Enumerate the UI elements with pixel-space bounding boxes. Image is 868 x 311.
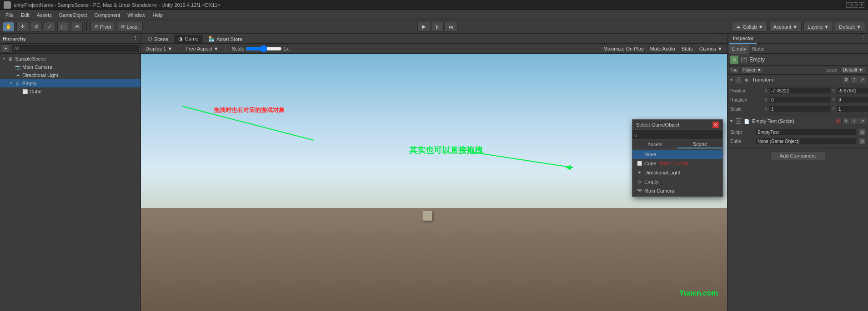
inspector-menu-button[interactable]: ⋮ [861, 36, 866, 41]
popup-item-main-camera[interactable]: 📷 Main Camera [632, 186, 722, 195]
pos-x-input[interactable] [769, 87, 831, 94]
menu-edit[interactable]: Edit [17, 10, 33, 20]
play-button[interactable]: ▶ [417, 22, 430, 32]
script-expand-icon[interactable]: ↗ [859, 117, 866, 125]
tab-game[interactable]: ◑ Game [173, 34, 203, 43]
stats-button[interactable]: Stats [680, 45, 695, 53]
pause-button[interactable]: ⏸ [431, 22, 444, 32]
hierarchy-menu-button[interactable]: ⋮ [133, 36, 138, 41]
position-xyz: X Y Z [765, 87, 868, 94]
rot-x-input[interactable] [769, 97, 831, 103]
transform-expand-icon[interactable]: ↗ [859, 76, 866, 83]
rotation-field: Rotation X Y Z [730, 96, 865, 104]
popup-close-button[interactable]: ✕ [712, 122, 719, 128]
cube-pick-button[interactable]: ◎ [859, 138, 865, 144]
menu-component[interactable]: Component [90, 10, 124, 20]
transform-settings-icon[interactable]: ⚙ [843, 76, 850, 83]
transform-enable-checkbox[interactable] [736, 77, 741, 82]
scale-tool-button[interactable]: ⤢ [44, 22, 55, 32]
step-button[interactable]: ⏭ [445, 22, 457, 32]
popup-item-cube[interactable]: ⬜ Cube 拖拽也可以选择 [632, 159, 722, 168]
tag-dropdown[interactable]: Player ▼ [740, 66, 763, 74]
tab-asset-store[interactable]: 🏪 Asset Store [203, 34, 247, 43]
popup-tab-scene[interactable]: Scene [677, 140, 722, 148]
rect-tool-button[interactable]: ⬚ [57, 22, 69, 32]
script-info-icon[interactable]: ? [851, 117, 858, 125]
popup-item-empty[interactable]: ◇ Empty [632, 177, 722, 186]
menu-gameobject[interactable]: GameObject [55, 10, 91, 20]
gizmos-dropdown[interactable]: Gizmos ▼ [697, 45, 724, 53]
mute-label: Mute Audio [650, 46, 675, 51]
scene-cube-object [422, 211, 432, 221]
add-component-row: Add Component [728, 148, 868, 163]
script-edit-icon[interactable]: ✎ [843, 117, 850, 125]
subtab-static[interactable]: Static [749, 44, 767, 54]
hier-item-empty[interactable]: ▼ ◇ Empty [0, 79, 140, 87]
menu-assets[interactable]: Assets [33, 10, 55, 20]
popup-item-directional-light[interactable]: ☀ Directional Light [632, 168, 722, 177]
script-enable-checkbox[interactable] [736, 118, 741, 124]
hier-item-directional-light[interactable]: ☀ Directional Light [0, 71, 140, 79]
none-icon [636, 151, 642, 158]
scene-area-menu-button[interactable]: ⋮ [717, 37, 725, 43]
hier-item-samplescene[interactable]: ▼ ⊞ SampleScene [0, 55, 140, 63]
menu-help[interactable]: Help [149, 10, 166, 20]
layers-button[interactable]: Layers ▼ [803, 22, 833, 32]
tab-scene[interactable]: ⬡ Scene [143, 34, 173, 43]
rot-y-input[interactable] [837, 97, 868, 103]
popup-none-label: None [644, 152, 656, 157]
script-settings-icon[interactable]: ⚙ [834, 117, 842, 125]
cube-field-value: None (Game Object) [756, 138, 856, 144]
menu-file[interactable]: File [2, 10, 17, 20]
local-button[interactable]: ⟳ Local [117, 22, 142, 32]
mute-audio-button[interactable]: Mute Audio [648, 45, 677, 53]
hierarchy-add-button[interactable]: + [2, 45, 10, 53]
pos-y-input[interactable] [837, 87, 868, 94]
local-label: Local [126, 24, 138, 30]
popup-item-none[interactable]: None [632, 150, 722, 159]
script-arrow-icon: ▼ [729, 119, 734, 123]
minimize-button[interactable]: ─ [846, 2, 852, 8]
scale-y-input[interactable] [837, 106, 868, 112]
collab-icon: ☁ [736, 24, 741, 30]
scale-x-input[interactable] [769, 106, 831, 112]
hier-item-main-camera[interactable]: 📷 Main Camera [0, 63, 140, 71]
transform-icon: ⊕ [743, 76, 750, 83]
default-layout-button[interactable]: Default ▼ [835, 22, 865, 32]
maximize-button[interactable]: □ [853, 2, 858, 8]
scale-control[interactable]: Scale 1x [230, 45, 291, 53]
script-component-header[interactable]: ▼ 📄 Empty Test (Script) ⚙ ✎ ? ↗ [728, 116, 868, 126]
transform-component-header[interactable]: ▼ ⊕ Transform ⚙ ? ↗ [728, 75, 868, 85]
scale-slider[interactable] [246, 46, 282, 51]
hierarchy-search-input[interactable] [12, 45, 139, 52]
subtab-empty[interactable]: Empty [729, 44, 749, 54]
rot-y-label: Y [832, 97, 836, 102]
inspector-tab[interactable]: Inspector [729, 34, 757, 44]
maximize-on-play-button[interactable]: Maximize On Play [602, 45, 646, 53]
collab-button[interactable]: ☁ Collab ▼ [732, 22, 767, 32]
scale-label: Scale [232, 46, 245, 51]
close-button[interactable]: ✕ [859, 2, 864, 8]
tag-label: Tag [730, 67, 738, 72]
move-tool-button[interactable]: ✛ [16, 22, 28, 32]
hier-item-cube[interactable]: ⬜ Cube [0, 87, 140, 96]
account-button[interactable]: Account ▼ [769, 22, 802, 32]
display-dropdown[interactable]: Display 1 ▼ [144, 45, 174, 53]
tag-arrow-icon: ▼ [757, 67, 761, 72]
add-component-button[interactable]: Add Component [770, 151, 826, 160]
layer-dropdown[interactable]: Default ▼ [840, 66, 865, 74]
pivot-button[interactable]: ⊙ Pivot [90, 22, 115, 32]
transform-component-body: Position X Y Z [728, 85, 868, 116]
transform-tool-button[interactable]: ⊕ [71, 22, 83, 32]
hand-tool-button[interactable]: ✋ [3, 22, 15, 32]
transform-info-icon[interactable]: ? [851, 76, 858, 83]
popup-tab-assets[interactable]: Assets [632, 140, 677, 148]
popup-search-input[interactable] [634, 132, 721, 138]
menu-window[interactable]: Window [124, 10, 149, 20]
cube-value-text: None (Game Object) [758, 139, 799, 144]
object-active-checkbox[interactable] [741, 57, 747, 62]
rotate-tool-button[interactable]: ↺ [30, 22, 42, 32]
annotation-red-text: 拖拽时也有对应的游戏对象 [214, 106, 285, 114]
script-pick-button[interactable]: ◎ [859, 129, 865, 135]
aspect-dropdown[interactable]: Free Aspect ▼ [184, 45, 221, 53]
